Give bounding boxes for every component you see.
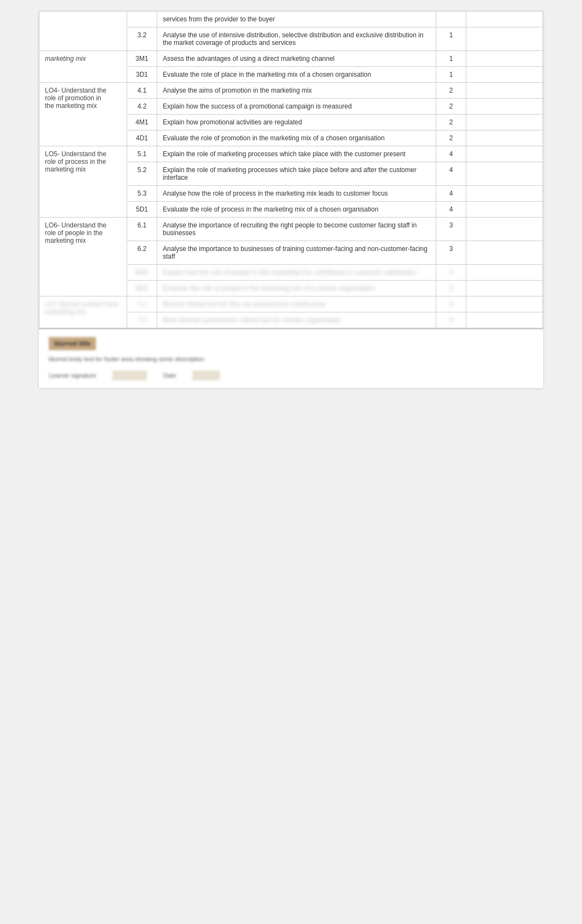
footer-text: blurred body text for footer area showin… <box>49 355 533 364</box>
criteria-cell: Explain how the success of a promotional… <box>157 99 436 115</box>
table-row: LO7 blurred content here marketing mix 7… <box>39 296 543 312</box>
num-cell: 6M1 <box>127 265 157 281</box>
criteria-cell: Evaluate the role of place in the market… <box>157 67 436 83</box>
num-cell: 5.2 <box>127 162 157 186</box>
num-cell: 6.1 <box>127 218 157 241</box>
comments-cell <box>466 83 543 99</box>
mark-cell: 1 <box>436 27 466 51</box>
comments-cell <box>466 265 543 281</box>
footer-title: blurred title <box>49 337 96 350</box>
mark-cell: 4 <box>436 202 466 218</box>
table-row: services from the provider to the buyer <box>39 12 543 27</box>
comments-cell <box>466 99 543 115</box>
comments-cell <box>466 296 543 312</box>
comments-cell <box>466 115 543 130</box>
criteria-cell: Analyse the aims of promotion in the mar… <box>157 83 436 99</box>
mark-cell: 4 <box>436 162 466 186</box>
mark-cell: 3 <box>436 296 466 312</box>
mark-cell: 4 <box>436 146 466 162</box>
num-cell: 4D1 <box>127 130 157 146</box>
mark-cell: 3 <box>436 281 466 296</box>
criteria-cell: Evaluate the role of people in the marke… <box>157 281 436 296</box>
page-container: services from the provider to the buyer … <box>39 11 543 388</box>
num-cell: 7.2 <box>127 312 157 328</box>
comments-cell <box>466 27 543 51</box>
comments-cell <box>466 281 543 296</box>
mark-cell: 1 <box>436 51 466 67</box>
comments-cell <box>466 67 543 83</box>
mark-cell: 3 <box>436 218 466 241</box>
comments-cell <box>466 51 543 67</box>
criteria-cell: Analyse the importance to businesses of … <box>157 241 436 265</box>
lo-cell: LO6- Understand the role of people in th… <box>39 218 127 296</box>
mark-cell: 2 <box>436 115 466 130</box>
num-cell: 6D1 <box>127 281 157 296</box>
footer-label-date: Date <box>163 372 176 379</box>
num-cell: 6.2 <box>127 241 157 265</box>
num-cell: 3.2 <box>127 27 157 51</box>
criteria-cell: Analyse the use of intensive distributio… <box>157 27 436 51</box>
comments-cell <box>466 162 543 186</box>
num-cell: 4.1 <box>127 83 157 99</box>
lo-cell: LO4- Understand the role of promotion in… <box>39 83 127 146</box>
criteria-cell: services from the provider to the buyer <box>157 12 436 27</box>
criteria-cell: More blurred assessment criteria text fo… <box>157 312 436 328</box>
footer-value-date <box>192 370 220 380</box>
num-cell <box>127 12 157 27</box>
footer-label-signature: Learner signature <box>49 372 96 379</box>
comments-cell <box>466 146 543 162</box>
lo-cell: LO5- Understand the role of process in t… <box>39 146 127 218</box>
num-cell: 5.1 <box>127 146 157 162</box>
criteria-cell: Assess the advantages of using a direct … <box>157 51 436 67</box>
num-cell: 7.1 <box>127 296 157 312</box>
num-cell: 5D1 <box>127 202 157 218</box>
comments-cell <box>466 202 543 218</box>
mark-cell: 2 <box>436 83 466 99</box>
comments-cell <box>466 186 543 202</box>
num-cell: 3M1 <box>127 51 157 67</box>
num-cell: 4M1 <box>127 115 157 130</box>
num-cell: 5.3 <box>127 186 157 202</box>
criteria-cell: Explain the role of marketing processes … <box>157 146 436 162</box>
assessment-table: services from the provider to the buyer … <box>39 11 543 328</box>
table-row: LO6- Understand the role of people in th… <box>39 218 543 241</box>
comments-cell <box>466 12 543 27</box>
criteria-cell: Evaluate the role of promotion in the ma… <box>157 130 436 146</box>
criteria-cell: Blurred criteria text for this row asses… <box>157 296 436 312</box>
lo-cell <box>39 12 127 51</box>
criteria-cell: Explain how the role of people in the ma… <box>157 265 436 281</box>
criteria-cell: Explain how promotional activities are r… <box>157 115 436 130</box>
criteria-cell: Evaluate the role of process in the mark… <box>157 202 436 218</box>
comments-cell <box>466 218 543 241</box>
table-row: marketing mix 3M1 Assess the advantages … <box>39 51 543 67</box>
mark-cell: 1 <box>436 67 466 83</box>
criteria-cell: Analyse the importance of recruiting the… <box>157 218 436 241</box>
comments-cell <box>466 312 543 328</box>
mark-cell: 3 <box>436 241 466 265</box>
num-cell: 3D1 <box>127 67 157 83</box>
lo-cell: marketing mix <box>39 51 127 83</box>
footer-section: blurred title blurred body text for foot… <box>39 328 543 388</box>
lo-cell: LO7 blurred content here marketing mix <box>39 296 127 328</box>
criteria-cell: Analyse how the role of process in the m… <box>157 186 436 202</box>
table-row: LO5- Understand the role of process in t… <box>39 146 543 162</box>
mark-cell: 2 <box>436 130 466 146</box>
table-row: LO4- Understand the role of promotion in… <box>39 83 543 99</box>
comments-cell <box>466 241 543 265</box>
comments-cell <box>466 130 543 146</box>
criteria-cell: Explain the role of marketing processes … <box>157 162 436 186</box>
mark-cell: 4 <box>436 186 466 202</box>
mark-cell: 3 <box>436 265 466 281</box>
mark-cell: 2 <box>436 99 466 115</box>
num-cell: 4.2 <box>127 99 157 115</box>
footer-bottom: Learner signature Date <box>49 370 533 380</box>
footer-value-signature <box>112 370 147 380</box>
mark-cell: 3 <box>436 312 466 328</box>
mark-cell <box>436 12 466 27</box>
